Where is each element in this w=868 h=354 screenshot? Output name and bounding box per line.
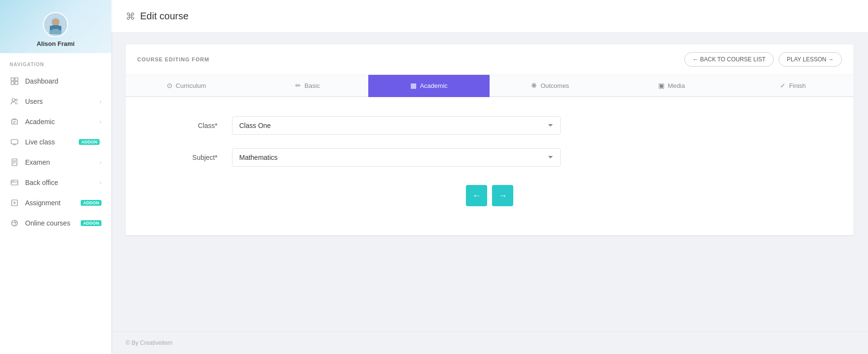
sidebar-item-label-back-office: Back office [25, 179, 100, 186]
prev-button[interactable]: ← [466, 185, 487, 206]
live-class-addon-badge: addon [79, 139, 100, 145]
sidebar-item-users[interactable]: Users › [0, 91, 111, 112]
tab-finish[interactable]: ✓ Finish [732, 75, 854, 97]
svg-point-4 [53, 19, 58, 24]
subject-label: Subject* [155, 154, 232, 161]
svg-rect-13 [11, 140, 18, 144]
academic-arrow-icon: › [100, 119, 101, 125]
avatar [43, 12, 68, 37]
examen-arrow-icon: › [100, 159, 101, 165]
next-button[interactable]: → [492, 185, 513, 206]
outcomes-tab-icon: ❋ [531, 82, 537, 89]
page-title: ⌘ Edit course [126, 11, 188, 22]
sidebar-item-assignment[interactable]: Assignment addon [0, 193, 111, 213]
online-courses-addon-badge: addon [81, 220, 101, 226]
sidebar-item-label-live-class: Live class [25, 138, 76, 146]
back-office-icon [10, 178, 19, 187]
tab-finish-label: Finish [789, 82, 806, 89]
curriculum-tab-icon: ⊙ [167, 82, 173, 89]
svg-point-9 [15, 99, 17, 101]
sidebar: Alison Frami NAVIGATION Dashboard Users … [0, 0, 111, 354]
svg-rect-6 [50, 26, 53, 30]
assignment-icon [10, 198, 19, 208]
academic-tab-icon: ▦ [410, 82, 417, 89]
svg-point-8 [12, 99, 15, 101]
live-class-arrow-icon: › [100, 139, 101, 145]
subject-field-row: Subject* Mathematics Science English His… [155, 148, 825, 167]
tab-outcomes[interactable]: ❋ Outcomes [490, 75, 611, 97]
class-label: Class* [155, 122, 232, 129]
sidebar-item-online-courses[interactable]: Online courses addon [0, 213, 111, 233]
sidebar-item-examen[interactable]: Examen › [0, 152, 111, 172]
tab-basic[interactable]: ✏ Basic [247, 75, 368, 97]
back-office-arrow-icon: › [100, 180, 101, 185]
sidebar-item-back-office[interactable]: Back office › [0, 172, 111, 193]
sidebar-item-label-examen: Examen [25, 158, 100, 166]
form-body: Class* Class One Class Two Class Three S… [126, 97, 854, 235]
form-card-header: COURSE EDITING FORM ← BACK TO COURSE LIS… [126, 44, 854, 75]
tab-academic-label: Academic [420, 82, 448, 89]
media-tab-icon: ▣ [658, 82, 665, 89]
svg-rect-18 [11, 180, 18, 185]
svg-point-21 [14, 181, 14, 182]
online-courses-icon [10, 218, 19, 228]
tab-outcomes-label: Outcomes [540, 82, 569, 89]
footer-text: © By Creativeitem [126, 340, 173, 346]
header-actions: ← BACK TO COURSE LIST PLAY LESSON → [684, 52, 842, 67]
class-select[interactable]: Class One Class Two Class Three [232, 116, 561, 135]
assignment-addon-badge: addon [81, 200, 101, 206]
nav-section-label: NAVIGATION [0, 53, 111, 71]
play-lesson-button[interactable]: PLAY LESSON → [779, 52, 842, 67]
tab-media-label: Media [668, 82, 685, 89]
page-title-text: Edit course [140, 11, 188, 22]
class-field-row: Class* Class One Class Two Class Three [155, 116, 825, 135]
sidebar-item-academic[interactable]: Academic › [0, 112, 111, 132]
svg-rect-7 [58, 26, 61, 30]
tab-media[interactable]: ▣ Media [611, 75, 732, 97]
basic-tab-icon: ✏ [295, 82, 301, 89]
footer: © By Creativeitem [111, 331, 868, 354]
tab-basic-label: Basic [304, 82, 320, 89]
svg-point-20 [12, 181, 13, 182]
sidebar-item-label-dashboard: Dashboard [25, 77, 101, 85]
sidebar-item-dashboard[interactable]: Dashboard [0, 71, 111, 91]
form-card-title: COURSE EDITING FORM [137, 57, 209, 62]
live-class-icon [10, 137, 19, 147]
main-content: ⌘ Edit course COURSE EDITING FORM ← BACK… [111, 0, 868, 354]
sidebar-item-live-class[interactable]: Live class addon › [0, 132, 111, 152]
dashboard-icon [10, 76, 19, 86]
subject-select[interactable]: Mathematics Science English History [232, 148, 561, 167]
sidebar-item-label-academic: Academic [25, 118, 100, 126]
class-control-wrap: Class One Class Two Class Three [232, 116, 561, 135]
svg-point-25 [12, 220, 17, 226]
finish-tab-icon: ✓ [780, 82, 786, 89]
examen-icon [10, 157, 19, 167]
sidebar-item-label-assignment: Assignment [25, 199, 78, 207]
academic-icon [10, 117, 19, 127]
content-area: COURSE EDITING FORM ← BACK TO COURSE LIS… [111, 33, 868, 331]
form-actions: ← → [155, 180, 825, 216]
sidebar-item-label-users: Users [25, 98, 100, 105]
sidebar-header: Alison Frami [0, 0, 111, 53]
subject-control-wrap: Mathematics Science English History [232, 148, 561, 167]
users-icon [10, 97, 19, 106]
sidebar-item-label-online-courses: Online courses [25, 219, 78, 227]
tab-curriculum-label: Curriculum [176, 82, 206, 89]
edit-course-icon: ⌘ [126, 11, 135, 22]
user-name: Alison Frami [37, 40, 75, 47]
svg-rect-5 [52, 25, 59, 29]
tab-curriculum[interactable]: ⊙ Curriculum [126, 75, 247, 97]
users-arrow-icon: › [100, 99, 101, 104]
back-to-course-list-button[interactable]: ← BACK TO COURSE LIST [684, 52, 774, 67]
top-bar: ⌘ Edit course [111, 0, 868, 33]
tabs: ⊙ Curriculum ✏ Basic ▦ Academic ❋ Outcom… [126, 75, 854, 97]
form-card: COURSE EDITING FORM ← BACK TO COURSE LIS… [126, 44, 854, 235]
tab-academic[interactable]: ▦ Academic [368, 75, 490, 97]
